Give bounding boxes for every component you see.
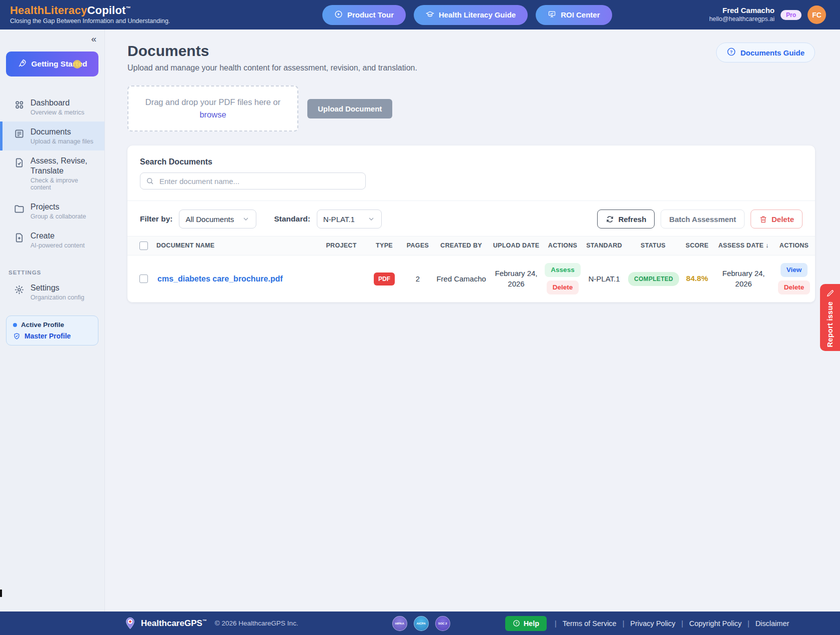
top-header: HealthLiteracyCopilot™ Closing the Gap B… [0,0,840,30]
sidebar-item-create[interactable]: Create AI-powered content [0,226,104,254]
sidebar-item-sublabel: AI-powered content [30,242,84,249]
search-label: Search Documents [140,158,803,166]
trash-icon [759,215,768,224]
cell-pages: 2 [402,274,433,284]
cursor-artifact [0,590,2,597]
hipaa-badge-icon: HIPAA [392,616,407,631]
disclaimer-link[interactable]: Disclaimer [756,620,790,628]
upload-document-button[interactable]: Upload Document [307,99,392,118]
documents-guide-label: Documents Guide [741,48,805,57]
terms-of-service-link[interactable]: Terms of Service [563,620,617,628]
filter-dropdown[interactable]: All Documents [179,210,256,228]
header-nav: Product Tour Health Literacy Guide ROI C… [225,5,709,25]
view-action-button[interactable]: View [781,263,808,277]
pro-plan-badge: Pro [781,10,802,20]
sidebar-item-sublabel: Overview & metrics [30,109,84,116]
graduation-cap-icon [426,10,434,20]
cell-upload-date: February 24, 2026 [489,268,543,289]
pdf-dropzone[interactable]: Drag and drop your PDF files here or bro… [127,86,298,132]
col-assess-date[interactable]: ASSESS DATE ↓ [714,242,773,250]
search-input[interactable] [140,172,366,190]
cursor-highlight-dot [73,60,81,68]
question-circle-icon: ? [727,47,736,58]
roi-center-button[interactable]: ROI Center [536,5,612,25]
user-email: hello@healthcaregps.ai [709,16,775,24]
sidebar-nav: Dashboard Overview & metrics Documents U… [0,92,104,254]
col-upload-date[interactable]: UPLOAD DATE [489,242,543,250]
cell-created-by: Fred Camacho [433,274,489,284]
col-type[interactable]: TYPE [366,242,402,250]
row-checkbox[interactable] [139,274,148,283]
app-logo: HealthLiteracyCopilot™ Closing the Gap B… [10,4,170,25]
copyright-policy-link[interactable]: Copyright Policy [689,620,742,628]
logo-part2: Copilot [87,4,125,16]
col-standard[interactable]: STANDARD [582,242,626,250]
refresh-label: Refresh [618,215,646,224]
col-score[interactable]: SCORE [680,242,714,250]
sidebar-item-settings[interactable]: Settings Organization config [0,278,104,306]
search-icon [145,176,154,186]
delete-action-button[interactable]: Delete [547,280,579,294]
sidebar-item-label: Documents [30,127,93,137]
sidebar-collapse-icon[interactable]: « [91,34,96,44]
refresh-icon [606,215,614,224]
middle-region: « Getting Started Dashboard Overview & m… [0,30,840,612]
cell-standard: N-PLAT.1 [582,274,626,284]
svg-text:?: ? [730,50,732,54]
col-created-by[interactable]: CREATED BY [433,242,489,250]
browse-link[interactable]: browse [199,108,226,121]
filter-by-label: Filter by: [140,214,172,224]
col-status[interactable]: STATUS [626,242,680,250]
privacy-policy-link[interactable]: Privacy Policy [630,620,675,628]
getting-started-button[interactable]: Getting Started [6,52,98,76]
user-block: Fred Camacho hello@healthcaregps.ai Pro … [709,6,826,24]
table-header-row: DOCUMENT NAME PROJECT TYPE PAGES CREATED… [127,236,815,256]
footer-links: | Terms of Service | Privacy Policy | Co… [555,620,789,628]
cell-score: 84.8% [680,274,714,284]
product-tour-button[interactable]: Product Tour [322,5,406,25]
footer-separator: | [623,620,625,628]
filter-actions: Refresh Batch Assessment Delete [597,210,803,228]
sidebar-item-projects[interactable]: Projects Group & collaborate [0,196,104,226]
sidebar-item-dashboard[interactable]: Dashboard Overview & metrics [0,92,104,122]
col-project[interactable]: PROJECT [316,242,366,250]
active-profile-label: Active Profile [21,321,64,328]
active-profile-row: Active Profile [13,321,91,328]
cell-actions: Assess Delete [543,263,582,294]
batch-assessment-button[interactable]: Batch Assessment [661,210,745,228]
refresh-button[interactable]: Refresh [597,210,655,228]
sidebar-item-assess-revise-translate[interactable]: Assess, Revise, Translate Check & improv… [0,150,104,196]
sidebar-item-label: Create [30,231,84,241]
sidebar-item-documents[interactable]: Documents Upload & manage files [0,122,104,150]
batch-assessment-label: Batch Assessment [669,215,736,224]
col-document-name[interactable]: DOCUMENT NAME [155,242,316,250]
col-pages[interactable]: PAGES [402,242,433,250]
svg-text:?: ? [515,622,517,625]
footer-brand-tm: ™ [202,618,207,624]
page-title: Documents [127,42,417,60]
standard-dropdown[interactable]: N-PLAT.1 [317,210,382,228]
select-all-checkbox[interactable] [139,242,148,250]
delete-action-button-2[interactable]: Delete [778,280,811,294]
master-profile-row[interactable]: Master Profile [13,332,91,340]
standard-dropdown-value: N-PLAT.1 [323,215,355,224]
soc2-badge-icon: SOC 2 [435,616,450,631]
documents-guide-button[interactable]: ? Documents Guide [716,42,815,62]
settings-section-label: SETTINGS [8,270,104,276]
avatar[interactable]: FC [808,6,826,24]
user-name: Fred Camacho [709,6,775,16]
footer-brand-name: HealthcareGPS [141,618,202,628]
health-literacy-guide-button[interactable]: Health Literacy Guide [414,5,528,25]
presentation-icon [548,10,556,20]
document-name-link[interactable]: cms_diabetes care_brochure.pdf [155,274,316,284]
report-issue-tab[interactable]: Report issue [820,284,840,351]
pencil-icon [826,289,835,298]
delete-button[interactable]: Delete [751,210,803,228]
delete-label: Delete [772,215,794,224]
assess-action-button[interactable]: Assess [545,263,580,277]
healthcaregps-pin-icon [123,616,137,630]
shield-check-icon [13,332,20,340]
main-content: Documents Upload and manage your health … [105,30,840,612]
logo-part1: HealthLiteracy [10,4,87,16]
help-button[interactable]: ? Help [505,616,547,631]
